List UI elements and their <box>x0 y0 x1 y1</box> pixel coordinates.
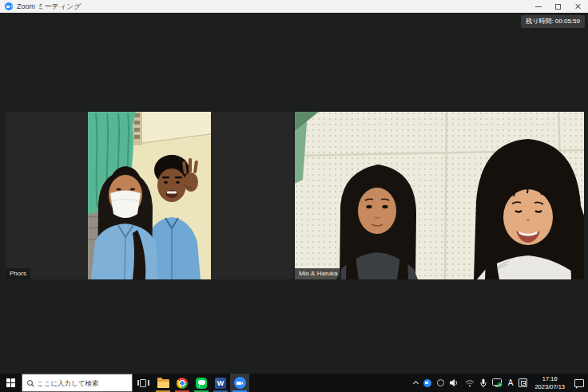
taskbar-clock[interactable]: 17:16 2023/07/13 <box>534 375 565 390</box>
network-button[interactable] <box>465 374 475 392</box>
taskbar-app-zoom[interactable] <box>230 374 249 392</box>
zoom-tray-button[interactable] <box>423 374 431 392</box>
phors-video-scene <box>88 112 211 279</box>
volume-button[interactable] <box>450 374 459 392</box>
ime-mode-indicator[interactable]: A <box>508 374 514 392</box>
windows-taskbar: W <box>0 374 588 392</box>
system-tray: A 17:16 2023/07/13 <box>414 374 588 392</box>
maximize-icon <box>555 4 561 10</box>
taskbar-app-word[interactable]: W <box>211 374 230 392</box>
close-button[interactable] <box>568 0 588 13</box>
network-icon <box>465 379 475 387</box>
ime-pad-icon <box>518 378 527 387</box>
round-status-icon <box>437 379 444 386</box>
participant-name-label: Mio & Haruka <box>295 268 341 279</box>
security-check-icon <box>492 378 503 388</box>
search-input[interactable] <box>37 379 127 387</box>
action-center-icon <box>574 379 584 387</box>
window-controls <box>528 0 588 13</box>
taskbar-app-file-explorer[interactable] <box>153 374 173 392</box>
microphone-icon <box>480 378 487 388</box>
line-icon <box>196 378 207 389</box>
windows-start-icon <box>6 378 15 387</box>
zoom-app-icon <box>5 2 13 10</box>
minimize-icon <box>535 6 542 7</box>
window-title: Zoom ミーティング <box>17 2 81 12</box>
person-girl-left <box>336 164 418 279</box>
clock-date: 2023/07/13 <box>534 383 565 390</box>
chrome-icon <box>177 378 188 389</box>
taskbar-app-chrome[interactable] <box>173 374 192 392</box>
taskbar-app-line[interactable] <box>192 374 211 392</box>
minimize-button[interactable] <box>528 0 548 13</box>
remaining-time-badge: 残り時間: 00:05:59 <box>521 15 585 28</box>
security-tray-button[interactable] <box>492 374 503 392</box>
video-gallery: Phors <box>0 112 588 279</box>
action-center-button[interactable] <box>572 374 584 392</box>
clock-time: 17:16 <box>542 375 558 382</box>
video-feed-phors <box>88 112 211 279</box>
taskbar-search[interactable] <box>22 374 133 392</box>
task-view-button[interactable] <box>133 374 153 392</box>
video-feed-mio-haruka <box>295 112 584 279</box>
search-icon <box>27 380 33 386</box>
microphone-button[interactable] <box>480 374 487 392</box>
zoom-icon <box>234 377 246 389</box>
video-tile-mio-haruka[interactable]: Mio & Haruka <box>295 112 584 279</box>
start-button[interactable] <box>0 374 22 392</box>
file-explorer-icon <box>157 379 169 388</box>
chevron-up-icon <box>413 381 419 386</box>
hidden-icons-button[interactable] <box>414 374 418 392</box>
meeting-content-area: 残り時間: 00:05:59 <box>0 13 588 374</box>
zoom-tray-icon <box>423 379 431 387</box>
ime-pad-button[interactable] <box>518 374 527 392</box>
participant-name-label: Phors <box>6 268 30 279</box>
task-view-icon <box>137 379 149 387</box>
word-icon: W <box>215 378 226 389</box>
video-tile-phors[interactable]: Phors <box>6 112 293 279</box>
zoom-meeting-window: Zoom ミーティング 残り時間: 00:05:59 <box>0 0 588 392</box>
status-tray-button[interactable] <box>437 374 444 392</box>
mio-haruka-video-scene <box>295 112 584 279</box>
window-titlebar[interactable]: Zoom ミーティング <box>0 0 588 13</box>
close-icon <box>575 3 582 10</box>
volume-icon <box>450 378 459 387</box>
maximize-button[interactable] <box>548 0 568 13</box>
